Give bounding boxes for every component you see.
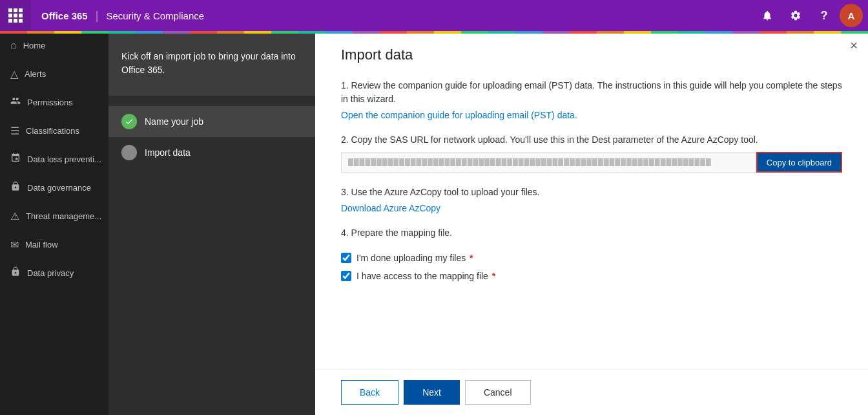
copy-clipboard-button[interactable]: Copy to clipboard: [756, 152, 842, 173]
main-layout: ⌂ Home △ Alerts Permissions ☰ Classifica…: [0, 31, 868, 415]
back-button[interactable]: Back: [341, 380, 398, 405]
step4-text: 4. Prepare the mapping file.: [341, 226, 842, 240]
content-title: Import data: [341, 47, 842, 63]
office-brand: Office 365: [41, 10, 88, 21]
step3-body: Use the Azure AzCopy tool to upload your…: [351, 187, 540, 197]
alerts-icon: △: [10, 68, 18, 80]
content-footer: Back Next Cancel: [315, 369, 868, 415]
done-uploading-checkbox[interactable]: [341, 253, 351, 263]
step3-text: 3. Use the Azure AzCopy tool to upload y…: [341, 186, 842, 199]
notifications-button[interactable]: [754, 3, 780, 28]
step1-body: Review the companion guide for uploading…: [341, 80, 842, 104]
sidebar-item-permissions[interactable]: Permissions: [0, 88, 108, 116]
step4-body: Prepare the mapping file.: [351, 228, 452, 238]
azcopy-download-link[interactable]: Download Azure AzCopy: [341, 203, 440, 213]
threat-icon: ⚠: [10, 210, 19, 222]
help-button[interactable]: ?: [811, 3, 837, 28]
step-label-name-job: Name your job: [145, 116, 203, 127]
sidebar-item-data-privacy[interactable]: Data privacy: [0, 259, 108, 287]
brand-divider: |: [96, 9, 99, 23]
sidebar-label-data-privacy: Data privacy: [27, 268, 74, 278]
sidebar-label-threat: Threat manageme...: [26, 211, 101, 221]
content-inner: Import data 1. Review the companion guid…: [315, 31, 868, 369]
sidebar-item-threat[interactable]: ⚠ Threat manageme...: [0, 202, 108, 230]
close-button[interactable]: ×: [850, 39, 858, 52]
step-label-import-data: Import data: [145, 147, 191, 158]
data-privacy-icon: [10, 266, 21, 279]
step3-number: 3.: [341, 187, 349, 197]
step2-body: Copy the SAS URL for network upload. You…: [351, 134, 758, 145]
settings-button[interactable]: [783, 3, 809, 28]
content-panel: × Import data 1. Review the companion gu…: [315, 31, 868, 415]
permissions-icon: [10, 96, 21, 109]
mapping-file-checkbox[interactable]: [341, 271, 351, 281]
wizard-header-text: Kick off an import job to bring your dat…: [121, 50, 302, 77]
avatar[interactable]: A: [840, 4, 863, 27]
sidebar-item-alerts[interactable]: △ Alerts: [0, 59, 108, 88]
checkbox2-row: I have access to the mapping file *: [341, 271, 842, 281]
wizard-steps: Name your job Import data: [108, 96, 315, 178]
step1-number: 1.: [341, 80, 349, 90]
step1-text: 1. Review the companion guide for upload…: [341, 79, 842, 106]
step3-section: 3. Use the Azure AzCopy tool to upload y…: [341, 186, 842, 213]
classifications-icon: ☰: [10, 125, 19, 137]
step2-section: 2. Copy the SAS URL for network upload. …: [341, 133, 842, 173]
sidebar-label-permissions: Permissions: [27, 98, 73, 107]
data-loss-icon: [10, 153, 21, 165]
sidebar-item-data-loss[interactable]: Data loss preventi...: [0, 145, 108, 173]
required-star-2: *: [490, 271, 495, 281]
sidebar-label-classifications: Classifications: [26, 126, 79, 136]
next-button[interactable]: Next: [404, 380, 460, 405]
navbar-right: ? A: [754, 3, 868, 28]
sidebar-item-mail-flow[interactable]: ✉ Mail flow: [0, 230, 108, 259]
waffle-menu[interactable]: [0, 0, 31, 31]
wizard-header: Kick off an import job to bring your dat…: [108, 31, 315, 96]
mail-flow-icon: ✉: [10, 239, 19, 251]
brand-area: Office 365 | Security & Compliance: [31, 9, 214, 23]
sidebar-label-home: Home: [23, 41, 46, 50]
rainbow-bar: [0, 31, 868, 34]
sidebar-label-data-loss: Data loss preventi...: [27, 154, 101, 164]
sidebar-label-data-governance: Data governance: [27, 183, 91, 193]
wizard-step-name-job[interactable]: Name your job: [108, 106, 315, 137]
sas-url-row: Copy to clipboard: [341, 152, 842, 173]
wizard-panel: Kick off an import job to bring your dat…: [108, 31, 315, 415]
companion-guide-link[interactable]: Open the companion guide for uploading e…: [341, 110, 577, 120]
step-icon-complete: [121, 114, 137, 129]
checkbox1-row: I'm done uploading my files *: [341, 253, 842, 263]
step2-number: 2.: [341, 134, 349, 145]
sidebar-label-alerts: Alerts: [25, 69, 46, 79]
step2-text: 2. Copy the SAS URL for network upload. …: [341, 133, 842, 147]
step4-number: 4.: [341, 228, 349, 238]
step1-section: 1. Review the companion guide for upload…: [341, 79, 842, 120]
waffle-icon: [8, 8, 23, 23]
wizard-step-import-data[interactable]: Import data: [108, 137, 315, 168]
top-nav: Office 365 | Security & Compliance ? A: [0, 0, 868, 31]
data-governance-icon: [10, 181, 21, 194]
app-name: Security & Compliance: [106, 10, 204, 21]
step4-section: 4. Prepare the mapping file.: [341, 226, 842, 240]
mapping-file-label: I have access to the mapping file *: [356, 271, 495, 281]
step-icon-pending: [121, 145, 137, 160]
done-uploading-label: I'm done uploading my files *: [356, 253, 473, 263]
cancel-button[interactable]: Cancel: [465, 380, 531, 405]
sidebar: ⌂ Home △ Alerts Permissions ☰ Classifica…: [0, 31, 108, 415]
sas-url-input[interactable]: [341, 152, 756, 173]
sidebar-label-mail-flow: Mail flow: [25, 240, 58, 250]
required-star-1: *: [467, 253, 473, 263]
navbar: Office 365 | Security & Compliance ? A: [0, 0, 868, 31]
sidebar-item-data-governance[interactable]: Data governance: [0, 173, 108, 202]
home-icon: ⌂: [10, 39, 17, 51]
sidebar-item-classifications[interactable]: ☰ Classifications: [0, 116, 108, 145]
sidebar-item-home[interactable]: ⌂ Home: [0, 31, 108, 59]
